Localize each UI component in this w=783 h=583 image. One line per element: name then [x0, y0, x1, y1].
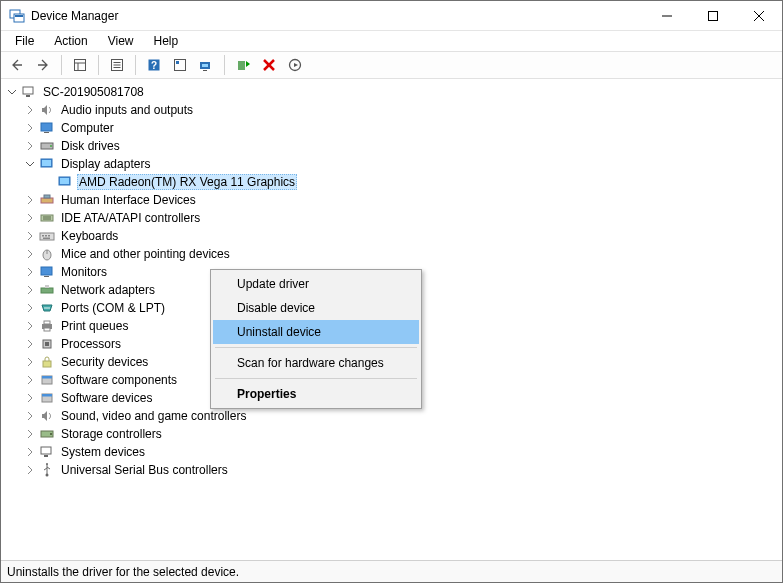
security-icon [39, 354, 55, 370]
tree-item-label: Software devices [59, 390, 154, 406]
update-driver-button[interactable] [231, 54, 255, 76]
titlebar: Device Manager [1, 1, 782, 31]
tree-item-display-adapters[interactable]: Display adapters [21, 155, 780, 173]
svg-text:?: ? [151, 60, 157, 71]
menu-action[interactable]: Action [44, 32, 97, 50]
tree-root-label: SC-201905081708 [41, 84, 146, 100]
tree-item-disk[interactable]: Disk drives [21, 137, 780, 155]
forward-button[interactable] [31, 54, 55, 76]
tree-item-keyboards[interactable]: Keyboards [21, 227, 780, 245]
tree-item-amd-radeon[interactable]: AMD Radeon(TM) RX Vega 11 Graphics [39, 173, 780, 191]
expand-icon[interactable] [23, 373, 37, 387]
uninstall-button[interactable] [257, 54, 281, 76]
tree-item-system[interactable]: System devices [21, 443, 780, 461]
tree-item-sound[interactable]: Sound, video and game controllers [21, 407, 780, 425]
context-disable-device[interactable]: Disable device [213, 296, 419, 320]
expand-icon[interactable] [23, 319, 37, 333]
tree-item-usb[interactable]: Universal Serial Bus controllers [21, 461, 780, 479]
tree-root[interactable]: SC-201905081708 [3, 83, 780, 101]
back-button[interactable] [5, 54, 29, 76]
svg-rect-7 [75, 60, 86, 71]
tree-item-storage[interactable]: Storage controllers [21, 425, 780, 443]
action-button[interactable] [168, 54, 192, 76]
expand-icon[interactable] [23, 301, 37, 315]
maximize-button[interactable] [690, 1, 736, 31]
svg-point-65 [50, 433, 52, 435]
tree-item-mice[interactable]: Mice and other pointing devices [21, 245, 780, 263]
toolbar: ? [1, 51, 782, 79]
expand-icon[interactable] [23, 229, 37, 243]
tree-item-label: Storage controllers [59, 426, 164, 442]
expand-icon[interactable] [23, 247, 37, 261]
menu-file[interactable]: File [5, 32, 44, 50]
component-icon [39, 372, 55, 388]
menubar: File Action View Help [1, 31, 782, 51]
expand-icon[interactable] [23, 427, 37, 441]
speaker-icon [39, 102, 55, 118]
context-update-driver[interactable]: Update driver [213, 272, 419, 296]
context-properties[interactable]: Properties [213, 382, 419, 406]
svg-rect-27 [41, 123, 52, 131]
expand-icon[interactable] [23, 283, 37, 297]
svg-rect-61 [42, 376, 52, 379]
toolbar-separator [135, 55, 136, 75]
expand-icon[interactable] [23, 211, 37, 225]
expand-icon[interactable] [23, 103, 37, 117]
svg-point-53 [48, 307, 50, 309]
tree-item-label: Display adapters [59, 156, 152, 172]
tree-item-hid[interactable]: Human Interface Devices [21, 191, 780, 209]
svg-point-68 [46, 474, 49, 477]
display-adapter-icon [39, 156, 55, 172]
toolbar-separator [224, 55, 225, 75]
tree-item-label: Security devices [59, 354, 150, 370]
disable-button[interactable] [283, 54, 307, 76]
svg-rect-48 [44, 276, 49, 277]
context-uninstall-device[interactable]: Uninstall device [213, 320, 419, 344]
svg-rect-58 [45, 342, 49, 346]
expand-icon[interactable] [23, 445, 37, 459]
tree-item-label: Ports (COM & LPT) [59, 300, 167, 316]
disk-icon [39, 138, 55, 154]
svg-point-52 [46, 307, 48, 309]
tree-item-label: Human Interface Devices [59, 192, 198, 208]
svg-rect-66 [41, 447, 51, 454]
expand-icon[interactable] [23, 193, 37, 207]
tree-item-label: Universal Serial Bus controllers [59, 462, 230, 478]
tree-item-computer[interactable]: Computer [21, 119, 780, 137]
minimize-button[interactable] [644, 1, 690, 31]
svg-rect-4 [709, 11, 718, 20]
tree-item-label: Sound, video and game controllers [59, 408, 248, 424]
svg-rect-41 [42, 235, 44, 237]
menu-view[interactable]: View [98, 32, 144, 50]
ide-icon [39, 210, 55, 226]
show-hide-tree-button[interactable] [68, 54, 92, 76]
menu-help[interactable]: Help [144, 32, 189, 50]
close-button[interactable] [736, 1, 782, 31]
toolbar-separator [98, 55, 99, 75]
tree-item-ide[interactable]: IDE ATA/ATAPI controllers [21, 209, 780, 227]
svg-rect-49 [41, 288, 53, 293]
collapse-icon[interactable] [5, 85, 19, 99]
properties-button[interactable] [105, 54, 129, 76]
expand-icon[interactable] [23, 463, 37, 477]
context-scan-hardware[interactable]: Scan for hardware changes [213, 351, 419, 375]
tree-item-label: Monitors [59, 264, 109, 280]
monitor-icon [39, 120, 55, 136]
hid-icon [39, 192, 55, 208]
expand-icon[interactable] [23, 265, 37, 279]
app-icon [9, 8, 25, 24]
expand-icon[interactable] [23, 121, 37, 135]
expand-icon[interactable] [23, 139, 37, 153]
expand-icon[interactable] [23, 391, 37, 405]
tree-item-audio[interactable]: Audio inputs and outputs [21, 101, 780, 119]
help-button[interactable]: ? [142, 54, 166, 76]
port-icon [39, 300, 55, 316]
tree-view[interactable]: SC-201905081708 Audio inputs and outputs… [1, 79, 782, 560]
expand-icon[interactable] [23, 409, 37, 423]
expand-icon[interactable] [23, 337, 37, 351]
svg-rect-17 [176, 61, 179, 64]
usb-icon [39, 462, 55, 478]
scan-hardware-button[interactable] [194, 54, 218, 76]
collapse-icon[interactable] [23, 157, 37, 171]
expand-icon[interactable] [23, 355, 37, 369]
